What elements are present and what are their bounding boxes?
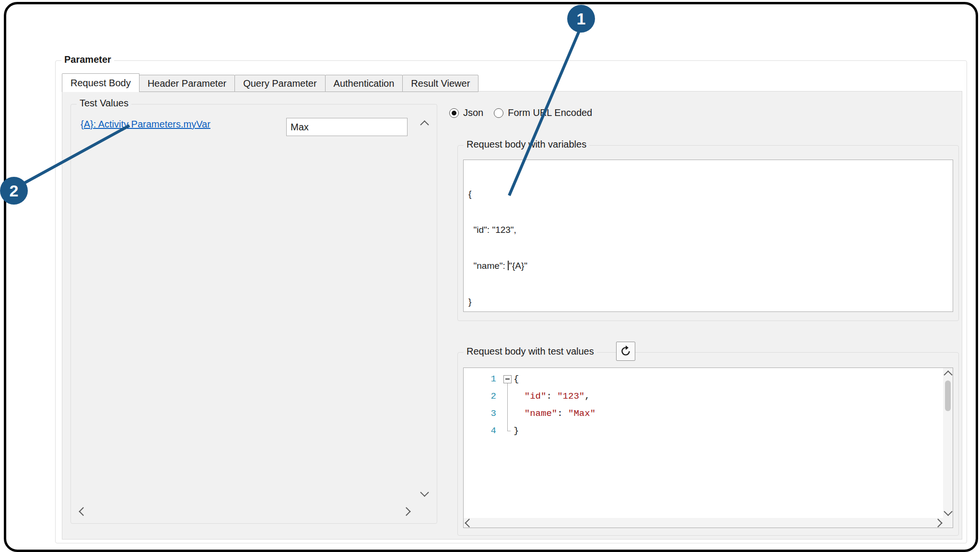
tab-authentication[interactable]: Authentication <box>325 75 403 92</box>
code-line: 3 "name": "Max" <box>464 405 943 422</box>
scroll-left-button[interactable] <box>78 506 88 517</box>
editor-vertical-scrollbar <box>943 368 953 518</box>
outline-gutter <box>501 370 513 388</box>
scroll-up-button[interactable] <box>943 368 953 379</box>
refresh-button[interactable] <box>616 342 635 361</box>
tab-header-parameter[interactable]: Header Parameter <box>139 75 235 92</box>
tab-result-viewer[interactable]: Result Viewer <box>402 75 478 92</box>
code-token-value: "123" <box>557 391 584 402</box>
test-values-title: Test Values <box>77 98 131 109</box>
radio-json-icon <box>449 108 459 118</box>
collapse-toggle-icon[interactable] <box>503 375 512 383</box>
radio-json-label: Json <box>463 107 483 118</box>
radio-form-url-encoded[interactable]: Form URL Encoded <box>494 107 592 118</box>
code-token-colon: : <box>546 391 557 402</box>
variables-line-4: } <box>468 296 948 308</box>
scrollbar-corner <box>943 518 953 528</box>
code-lines: 1 { 2 "id": "123", 3 <box>464 370 943 439</box>
test-value-input[interactable] <box>286 118 408 136</box>
scroll-down-button[interactable] <box>943 507 953 518</box>
tab-bar: Request Body Header Parameter Query Para… <box>62 73 478 92</box>
variables-line-3-before: "name": <box>468 261 508 271</box>
activity-parameter-link[interactable]: {A}: Activity Parameters.myVar <box>81 118 210 130</box>
chevron-right-icon <box>933 518 942 527</box>
code-token-name: "name" <box>525 408 557 419</box>
outline-guide-tick <box>507 431 511 431</box>
callout-badge-1: 1 <box>567 5 595 33</box>
scroll-up-button[interactable] <box>419 118 430 128</box>
request-body-variables-title: Request body with variables <box>464 139 589 150</box>
radio-form-url-encoded-icon <box>494 108 503 118</box>
line-number: 2 <box>464 388 501 405</box>
outline-gutter <box>501 405 513 422</box>
radio-json[interactable]: Json <box>449 107 483 118</box>
line-number: 4 <box>464 422 501 439</box>
chevron-up-icon <box>944 370 952 379</box>
chevron-down-icon <box>420 488 429 496</box>
code-line: 4 } <box>464 422 943 439</box>
callout-badge-2: 2 <box>0 177 28 205</box>
code-token-brace: } <box>513 426 519 436</box>
variables-line-3-after: "{A}" <box>509 261 527 271</box>
tab-request-body[interactable]: Request Body <box>62 73 140 92</box>
code-line: 2 "id": "123", <box>464 388 943 405</box>
editor-horizontal-scrollbar <box>464 518 943 528</box>
parameter-groupbox: Parameter Request Body Header Parameter … <box>55 60 967 543</box>
chevron-left-icon <box>79 507 87 516</box>
code-token-comma: , <box>584 391 590 402</box>
test-values-groupbox: Test Values {A}: Activity Parameters.myV… <box>70 104 437 524</box>
outline-guide <box>507 388 508 405</box>
minus-icon <box>505 379 510 380</box>
code-token-brace: { <box>513 374 519 384</box>
code-line: 1 { <box>464 370 943 388</box>
outline-guide <box>507 422 508 431</box>
line-number: 3 <box>464 405 501 422</box>
test-values-code-editor[interactable]: 1 { 2 "id": "123", 3 <box>463 368 953 528</box>
variables-line-2: "id": "123", <box>468 224 948 236</box>
chevron-down-icon <box>944 507 952 516</box>
variables-line-1: { <box>468 188 948 200</box>
request-body-test-values-groupbox: Request body with test values 1 { <box>457 352 959 536</box>
scroll-right-button[interactable] <box>933 518 943 528</box>
refresh-icon <box>619 345 632 357</box>
line-number: 1 <box>464 370 501 388</box>
request-body-test-values-title: Request body with test values <box>464 346 597 357</box>
outline-guide <box>507 383 508 388</box>
variables-line-3: "name": "{A}" <box>468 260 948 272</box>
scroll-down-button[interactable] <box>419 488 430 499</box>
body-format-radio-group: Json Form URL Encoded <box>449 107 592 118</box>
tab-query-parameter[interactable]: Query Parameter <box>234 75 325 92</box>
tab-page-request-body: Test Values {A}: Activity Parameters.myV… <box>62 91 962 540</box>
chevron-left-icon <box>465 518 473 527</box>
scrollbar-thumb[interactable] <box>945 380 951 411</box>
chevron-right-icon <box>402 507 410 516</box>
request-body-variables-groupbox: Request body with variables { "id": "123… <box>457 145 959 321</box>
outline-gutter <box>501 422 513 439</box>
chevron-up-icon <box>420 120 429 129</box>
code-token-name: "id" <box>525 391 547 402</box>
code-token-colon: : <box>557 408 568 419</box>
request-body-variables-editor[interactable]: { "id": "123", "name": "{A}" } <box>463 160 953 312</box>
scroll-left-button[interactable] <box>464 518 474 528</box>
outline-gutter <box>501 388 513 405</box>
parameter-groupbox-title: Parameter <box>61 54 114 65</box>
outline-guide <box>507 405 508 422</box>
code-token-value: "Max" <box>568 408 595 419</box>
radio-form-url-encoded-label: Form URL Encoded <box>508 107 592 118</box>
scroll-right-button[interactable] <box>401 506 411 517</box>
